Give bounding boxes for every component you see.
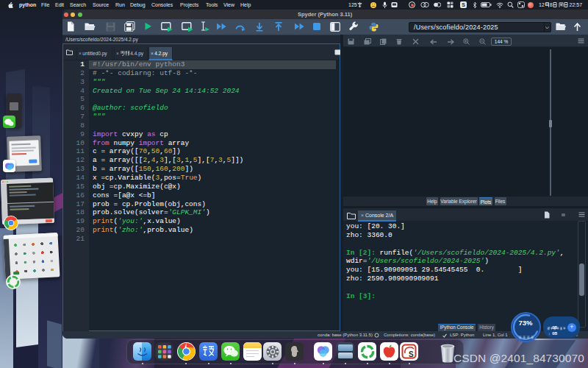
svg-text:S: S <box>409 350 414 358</box>
